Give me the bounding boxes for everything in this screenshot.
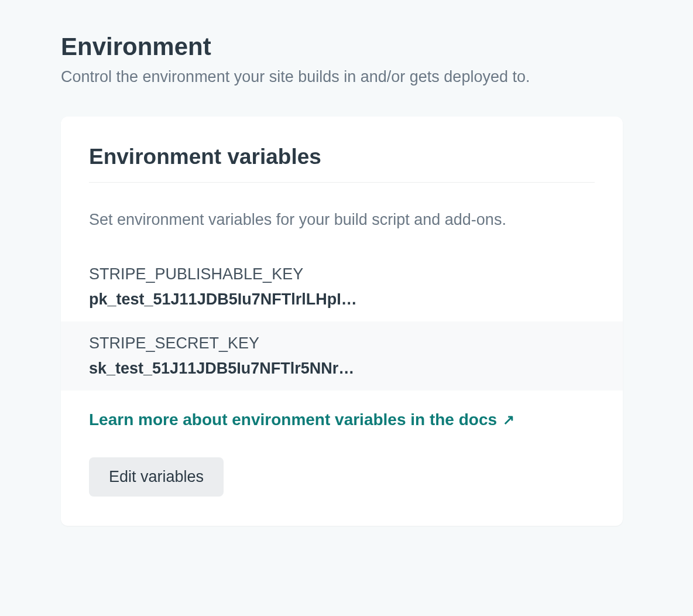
edit-variables-button[interactable]: Edit variables <box>89 457 224 497</box>
docs-link[interactable]: Learn more about environment variables i… <box>89 410 514 429</box>
page-title: Environment <box>61 33 634 61</box>
env-var-value: sk_test_51J11JDB5Iu7NFTlr5NNr… <box>89 360 595 378</box>
page-subtitle: Control the environment your site builds… <box>61 68 634 86</box>
docs-link-label: Learn more about environment variables i… <box>89 410 497 429</box>
card-title: Environment variables <box>89 145 595 183</box>
env-var-value: pk_test_51J11JDB5Iu7NFTlrlLHpI… <box>89 290 595 309</box>
env-vars-card: Environment variables Set environment va… <box>61 117 623 526</box>
card-footer: Learn more about environment variables i… <box>61 391 623 526</box>
external-link-icon: ↗ <box>503 412 514 428</box>
env-var-key: STRIPE_SECRET_KEY <box>89 334 595 353</box>
env-var-key: STRIPE_PUBLISHABLE_KEY <box>89 265 595 283</box>
card-header: Environment variables <box>61 117 623 183</box>
env-var-row: STRIPE_SECRET_KEY sk_test_51J11JDB5Iu7NF… <box>61 321 623 391</box>
env-var-row: STRIPE_PUBLISHABLE_KEY pk_test_51J11JDB5… <box>61 252 623 321</box>
card-description: Set environment variables for your build… <box>61 211 623 229</box>
